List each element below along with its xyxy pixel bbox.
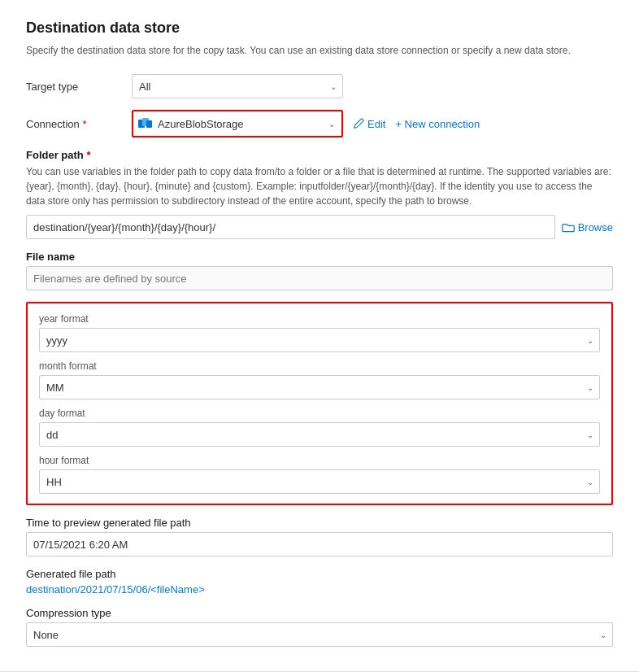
- preview-section: Time to preview generated file path: [26, 517, 613, 556]
- edit-link[interactable]: Edit: [353, 118, 385, 130]
- month-format-select[interactable]: MM M: [39, 375, 600, 399]
- connection-row: Connection * AzureBlobStorage ⌄: [26, 110, 613, 137]
- generated-path-label: Generated file path: [26, 568, 613, 580]
- hour-format-select[interactable]: HH H hh h: [39, 469, 600, 494]
- generated-path-section: Generated file path destination/2021/07/…: [26, 568, 613, 596]
- folder-path-section: Folder path * You can use variables in t…: [26, 149, 613, 239]
- page-description: Specify the destination data store for t…: [26, 43, 613, 58]
- target-type-select[interactable]: All Azure On-premises: [132, 74, 343, 98]
- edit-icon: [353, 118, 364, 129]
- format-box: year format yyyy yy ⌄ month format MM M: [26, 302, 613, 505]
- connection-select[interactable]: AzureBlobStorage: [133, 111, 341, 136]
- browse-button[interactable]: Browse: [562, 221, 613, 233]
- folder-path-label: Folder path *: [26, 149, 613, 161]
- hour-format-label: hour format: [39, 455, 600, 466]
- month-format-select-wrapper: MM M ⌄: [39, 375, 600, 399]
- file-name-input[interactable]: [26, 266, 613, 290]
- day-format-select[interactable]: dd d: [39, 422, 600, 447]
- compression-select[interactable]: None GZip Deflate BZip2 ZipDeflate Snapp…: [26, 622, 613, 647]
- connection-label: Connection *: [26, 118, 132, 130]
- year-format-select-wrapper: yyyy yy ⌄: [39, 328, 600, 352]
- page-container: Destination data store Specify the desti…: [0, 0, 639, 672]
- browse-icon: [562, 221, 575, 233]
- compression-label: Compression type: [26, 607, 613, 619]
- hour-format-row: hour format HH H hh h ⌄: [39, 455, 600, 494]
- target-type-select-wrapper: All Azure On-premises ⌄: [132, 74, 343, 98]
- folder-path-description: You can use variables in the folder path…: [26, 164, 613, 208]
- target-type-label: Target type: [26, 81, 132, 93]
- generated-path-value: destination/2021/07/15/06/<fileName>: [26, 583, 613, 596]
- day-format-row: day format dd d ⌄: [39, 408, 600, 447]
- year-format-select[interactable]: yyyy yy: [39, 328, 600, 352]
- file-name-section: File name: [26, 251, 613, 290]
- day-format-select-wrapper: dd d ⌄: [39, 422, 600, 447]
- page-title: Destination data store: [26, 20, 613, 37]
- preview-label: Time to preview generated file path: [26, 517, 613, 529]
- file-name-label: File name: [26, 251, 613, 263]
- year-format-label: year format: [39, 313, 600, 325]
- preview-input[interactable]: [26, 532, 613, 556]
- folder-path-row: Browse: [26, 215, 613, 239]
- main-content: Destination data store Specify the desti…: [0, 0, 639, 671]
- day-format-label: day format: [39, 408, 600, 419]
- target-type-row: Target type All Azure On-premises ⌄: [26, 74, 613, 98]
- connection-wrapper: AzureBlobStorage ⌄ Edit + New connection: [132, 110, 480, 137]
- new-connection-link[interactable]: + New connection: [395, 118, 480, 130]
- connection-required: *: [82, 118, 86, 130]
- folder-path-input[interactable]: [26, 215, 555, 239]
- compression-select-wrapper: None GZip Deflate BZip2 ZipDeflate Snapp…: [26, 622, 613, 647]
- connection-select-box: AzureBlobStorage ⌄: [132, 110, 343, 137]
- compression-section: Compression type None GZip Deflate BZip2…: [26, 607, 613, 647]
- hour-format-select-wrapper: HH H hh h ⌄: [39, 469, 600, 494]
- month-format-row: month format MM M ⌄: [39, 360, 600, 399]
- year-format-row: year format yyyy yy ⌄: [39, 313, 600, 352]
- month-format-label: month format: [39, 360, 600, 372]
